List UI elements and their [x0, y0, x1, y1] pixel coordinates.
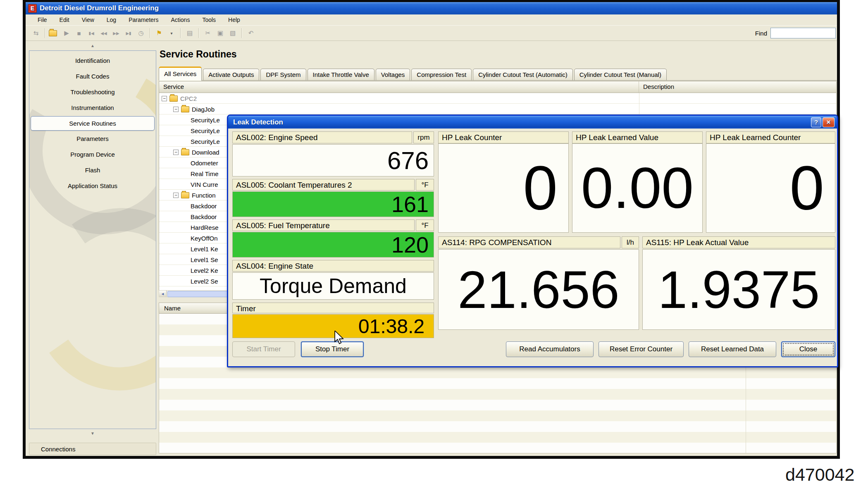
tab-dpf-system[interactable]: DPF System — [260, 69, 306, 80]
sidebar-item-program-device[interactable]: Program Device — [29, 147, 156, 162]
toolbar-separator — [45, 28, 45, 38]
read-accumulators-button[interactable]: Read Accumulators — [506, 341, 594, 357]
dialog-help-button[interactable]: ? — [811, 117, 821, 127]
open-log-folder-icon[interactable] — [48, 28, 60, 38]
tree-label: Odometer — [191, 160, 218, 167]
tab-voltages[interactable]: Voltages — [376, 69, 410, 80]
rewind-icon[interactable]: ◀◀ — [98, 28, 110, 38]
menu-item-log[interactable]: Log — [100, 15, 122, 24]
column-header-description[interactable]: Description — [639, 81, 678, 93]
tab-cylinder-cutout-test-manual[interactable]: Cylinder Cutout Test (Manual) — [574, 69, 667, 80]
find-group: Find — [755, 28, 837, 38]
tree-row-cpc2[interactable]: −CPC2 — [159, 93, 836, 104]
menu-item-parameters[interactable]: Parameters — [122, 15, 165, 24]
gauge-value-coolant-temp: 161 — [232, 191, 434, 217]
leak-detection-dialog: Leak Detection ? × ASL002: Engine Speed … — [227, 114, 838, 367]
expander-icon[interactable]: − — [162, 96, 167, 101]
find-label: Find — [755, 30, 767, 37]
open-log-folder-icon — [49, 30, 57, 36]
gauge-label-fuel-temp: ASL005: Fuel Temperature — [232, 219, 415, 231]
sidebar: ▲ IdentificationFault CodesTroubleshooti… — [28, 43, 157, 456]
toolbar-separator — [180, 28, 181, 38]
gauge-unit-coolant-temp: °F — [416, 179, 434, 191]
menu-item-edit[interactable]: Edit — [53, 15, 76, 24]
gauge-unit-fuel-temp: °F — [416, 219, 434, 231]
cut-icon[interactable]: ✂ — [202, 28, 214, 38]
dialog-title-bar[interactable]: Leak Detection ? × — [228, 116, 837, 129]
print-icon[interactable]: ▤ — [184, 28, 196, 38]
tree-label: DiagJob — [192, 106, 215, 113]
gauge-value-hp-leak-learned-value: 0.00 — [572, 143, 703, 233]
sidebar-item-identification[interactable]: Identification — [29, 53, 156, 69]
sidebar-item-application-status[interactable]: Application Status — [29, 178, 156, 194]
connections-bar[interactable]: Connections — [29, 443, 156, 455]
gauge-value-hp-leak-actual: 1.9375 — [642, 249, 835, 330]
sidebar-item-troubleshooting[interactable]: Troubleshooting — [29, 84, 156, 100]
tree-label: SecurityLe — [191, 138, 220, 145]
tab-strip: All ServicesActivate OutputsDPF SystemIn… — [159, 66, 837, 81]
toolbar-separator — [198, 28, 199, 38]
tree-label: Level1 Se — [191, 256, 218, 263]
sidebar-item-instrumentation[interactable]: Instrumentation — [29, 100, 156, 116]
close-button[interactable]: Close — [781, 341, 835, 357]
column-header-service[interactable]: Service — [159, 81, 639, 93]
tab-intake-throttle-valve[interactable]: Intake Throttle Valve — [308, 69, 374, 80]
stop-timer-button[interactable]: Stop Timer — [301, 341, 364, 357]
reset-learned-data-button[interactable]: Reset Learned Data — [689, 341, 776, 357]
expander-icon[interactable]: − — [173, 107, 179, 112]
mouse-cursor — [334, 331, 345, 346]
play-icon[interactable]: ▶ — [61, 28, 72, 38]
flag-dropdown-icon[interactable]: ▾ — [166, 28, 177, 38]
undo-icon[interactable]: ↶ — [245, 28, 257, 38]
tree-label: Backdoor — [191, 203, 217, 210]
connect-vehicle-icon[interactable]: ⇆ — [30, 28, 42, 38]
sidebar-item-fault-codes[interactable]: Fault Codes — [29, 69, 156, 84]
copy-icon[interactable]: ▣ — [215, 28, 226, 38]
menu-item-tools[interactable]: Tools — [196, 15, 222, 24]
sidebar-item-parameters[interactable]: Parameters — [29, 131, 156, 147]
fast-forward-icon[interactable]: ▶▶ — [110, 28, 122, 38]
toolbar: ⇆▶■▮◀◀◀▶▶▶▮◷⚑▾▤✂▣▧↶ Find — [26, 25, 837, 41]
tab-activate-outputs[interactable]: Activate Outputs — [203, 69, 259, 80]
expander-icon[interactable]: − — [173, 193, 179, 198]
seek-first-icon[interactable]: ▮◀ — [86, 28, 97, 38]
find-input[interactable] — [770, 28, 836, 38]
sidebar-scroll-down-icon[interactable]: ▼ — [28, 431, 157, 436]
tab-cylinder-cutout-test-automatic[interactable]: Cylinder Cutout Test (Automatic) — [473, 69, 573, 80]
sidebar-scroll-up-icon[interactable]: ▲ — [28, 43, 157, 49]
dialog-close-icon[interactable]: × — [823, 117, 835, 127]
tree-label: SecurityLe — [191, 127, 220, 134]
table-header-row: Service Description — [159, 81, 836, 93]
flag-icon[interactable]: ⚑ — [153, 28, 165, 38]
menu-item-file[interactable]: File — [31, 15, 53, 24]
paste-icon[interactable]: ▧ — [227, 28, 238, 38]
gauge-label-coolant-temp: ASL005: Coolant Temperatures 2 — [232, 179, 415, 191]
tree-row-diagjob[interactable]: −DiagJob — [159, 104, 836, 114]
gauge-unit-engine-speed: rpm — [413, 131, 434, 143]
menu-item-actions[interactable]: Actions — [165, 15, 196, 24]
title-bar[interactable]: E Detroit Diesel Drumroll Engineering — [26, 2, 837, 14]
tree-label: HardRese — [191, 224, 219, 231]
menu-item-help[interactable]: Help — [222, 15, 246, 24]
scroll-left-icon[interactable]: ◄ — [159, 291, 167, 297]
expander-icon[interactable]: − — [173, 150, 179, 155]
gauge-label-engine-speed: ASL002: Engine Speed — [232, 131, 412, 143]
watermark-logo — [29, 194, 156, 405]
folder-icon — [181, 192, 189, 198]
seek-last-icon[interactable]: ▶▮ — [123, 28, 134, 38]
sidebar-item-service-routines[interactable]: Service Routines — [31, 116, 155, 131]
stop-icon[interactable]: ■ — [73, 28, 85, 38]
reset-error-counter-button[interactable]: Reset Error Counter — [599, 341, 684, 357]
menu-item-view[interactable]: View — [76, 15, 100, 24]
sidebar-item-flash[interactable]: Flash — [29, 162, 156, 178]
tree-label: VIN Curre — [191, 181, 218, 188]
tree-label: CPC2 — [180, 95, 197, 102]
tree-label: KeyOffOn — [191, 235, 218, 242]
pause-time-icon[interactable]: ◷ — [135, 28, 147, 38]
start-timer-button[interactable]: Start Timer — [232, 341, 295, 357]
gauge-value-engine-state: Torque Demand — [232, 272, 434, 300]
tab-compression-test[interactable]: Compression Test — [411, 69, 472, 80]
tab-all-services[interactable]: All Services — [159, 67, 202, 81]
gauge-label-hp-leak-learned-value: HP Leak Learned Value — [572, 131, 703, 143]
gauge-value-hp-leak-learned-counter: 0 — [706, 143, 835, 233]
